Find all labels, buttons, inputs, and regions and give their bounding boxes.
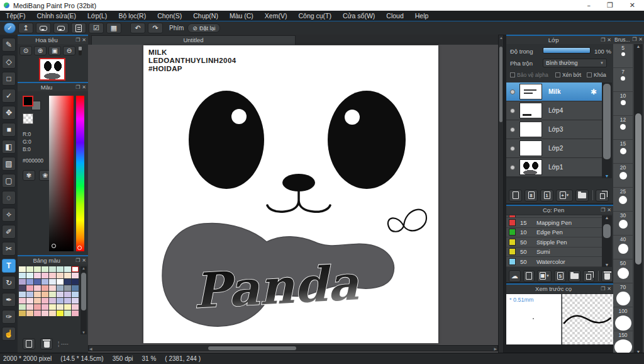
fill-rect-tool[interactable]: ■ bbox=[2, 123, 16, 137]
layer-folder-button[interactable] bbox=[575, 190, 589, 202]
palette-swatch[interactable] bbox=[26, 292, 33, 297]
bucket-tool[interactable]: ◧ bbox=[2, 140, 16, 154]
magic-wand-tool[interactable]: ✧ bbox=[2, 208, 16, 222]
palette-swatch[interactable] bbox=[57, 266, 64, 272]
layers-scrollbar[interactable]: ▼ bbox=[602, 82, 612, 178]
palette-swatch[interactable] bbox=[64, 292, 71, 297]
palette-swatch[interactable] bbox=[26, 304, 33, 310]
brush-tool[interactable]: ✎ bbox=[2, 38, 16, 52]
alpha-protect-checkbox[interactable]: Bảo vệ alpha bbox=[510, 72, 548, 78]
gradient-tool[interactable]: ▧ bbox=[2, 157, 16, 171]
grid-edit-button[interactable]: ▦ bbox=[106, 23, 121, 33]
close-icon[interactable]: ✕ bbox=[607, 287, 611, 292]
palette-swatch[interactable] bbox=[19, 285, 26, 291]
close-icon[interactable]: ✕ bbox=[607, 38, 611, 43]
add-1bit-layer-button[interactable]: 1 bbox=[540, 190, 553, 202]
palette-swatch[interactable] bbox=[19, 304, 26, 310]
close-button[interactable]: ✕ bbox=[630, 0, 635, 11]
palette-swatch[interactable] bbox=[26, 279, 33, 285]
menu-item[interactable]: Chụp(N) bbox=[187, 11, 224, 21]
navigator-preview[interactable] bbox=[39, 58, 65, 81]
shape-brush-tool[interactable]: □ bbox=[2, 72, 16, 86]
eraser-tool[interactable]: ◇ bbox=[2, 55, 16, 69]
layer-visibility-dot[interactable] bbox=[510, 165, 515, 170]
layer-row[interactable]: Lớp4 ✱ bbox=[506, 101, 602, 120]
brush-size-option[interactable]: 40 bbox=[613, 236, 633, 259]
palette-swatch[interactable] bbox=[57, 279, 64, 285]
palette-swatch[interactable] bbox=[19, 273, 26, 278]
layer-row[interactable]: Lớp2 ✱ bbox=[506, 139, 602, 158]
layer-visibility-dot[interactable] bbox=[510, 89, 515, 94]
select-pen-tool[interactable]: ✐ bbox=[2, 225, 16, 239]
layer-row[interactable]: Lớp1 ✱ bbox=[506, 158, 602, 177]
layer-visibility-dot[interactable] bbox=[510, 146, 515, 151]
add-script-brush-button[interactable]: S bbox=[554, 270, 566, 282]
add-8bit-layer-button[interactable]: 8 bbox=[525, 190, 538, 202]
palette-swatch[interactable] bbox=[26, 285, 33, 291]
brush-size-option[interactable]: 30 bbox=[613, 212, 633, 236]
delete-brush-button[interactable] bbox=[601, 270, 613, 282]
brush-size-option[interactable]: 7 bbox=[613, 68, 633, 92]
opacity-slider[interactable] bbox=[543, 47, 591, 54]
palette-swatch[interactable] bbox=[72, 279, 79, 285]
palette-swatch[interactable] bbox=[26, 273, 33, 278]
zoom-100-button[interactable]: ⊙ bbox=[19, 46, 32, 55]
checklist-button[interactable]: ☑ bbox=[89, 23, 104, 33]
brush-folder-button[interactable] bbox=[569, 270, 580, 282]
palette-swatch[interactable] bbox=[34, 292, 41, 297]
layer-row[interactable]: Milk ✱ bbox=[506, 82, 602, 101]
palette-swatch[interactable] bbox=[72, 285, 79, 291]
eyedropper-tool[interactable]: ✒ bbox=[2, 293, 16, 307]
hue-slider[interactable] bbox=[76, 96, 84, 251]
close-icon[interactable]: ✕ bbox=[607, 208, 611, 213]
brush-size-option[interactable]: 15 bbox=[613, 140, 633, 164]
document-button[interactable] bbox=[71, 23, 86, 33]
palette-swatch[interactable] bbox=[64, 273, 71, 278]
palette-swatch[interactable] bbox=[64, 298, 71, 304]
duplicate-layer-button[interactable] bbox=[596, 190, 609, 202]
text-tool[interactable]: T bbox=[2, 259, 16, 273]
foreground-color-swatch[interactable] bbox=[23, 96, 33, 106]
layer-row[interactable]: Lớp3 ✱ bbox=[506, 120, 602, 139]
brush-row[interactable]: 50 Stipple Pen bbox=[506, 237, 602, 247]
palette-swatch[interactable] bbox=[49, 266, 56, 272]
canvas-vertical-scrollbar[interactable]: ▲▼ bbox=[498, 35, 504, 364]
lock-checkbox[interactable]: Khóa bbox=[587, 72, 606, 78]
brush-cloud-button[interactable]: ☁ bbox=[509, 270, 521, 282]
brush-sizes-scrollbar[interactable]: ▲▼ bbox=[634, 44, 643, 354]
feedback-button[interactable] bbox=[53, 23, 69, 33]
clipping-checkbox[interactable]: Xén bớt bbox=[555, 72, 581, 78]
palette-swatch[interactable] bbox=[57, 273, 64, 278]
palette-swatch[interactable] bbox=[49, 292, 56, 297]
pen-tool[interactable]: ✑ bbox=[2, 310, 16, 324]
palette-swatch[interactable] bbox=[57, 292, 64, 297]
palette-swatch[interactable] bbox=[34, 279, 41, 285]
canvas-horizontal-scrollbar[interactable]: ◀▶ bbox=[88, 345, 498, 351]
palette-swatch[interactable] bbox=[34, 266, 41, 272]
brush-size-option[interactable]: 150 bbox=[613, 331, 633, 354]
menu-item[interactable]: Công cụ(T) bbox=[292, 11, 337, 21]
transparent-color-swatch[interactable] bbox=[23, 113, 33, 124]
palette-swatch[interactable] bbox=[49, 273, 56, 278]
palette-swatch[interactable] bbox=[57, 298, 64, 304]
restore-button[interactable]: ❐ bbox=[607, 0, 613, 11]
palette-swatch[interactable] bbox=[19, 279, 26, 285]
palette-swatch[interactable] bbox=[64, 266, 71, 272]
palette-swatch[interactable] bbox=[42, 266, 48, 272]
brush-size-option[interactable]: 50 bbox=[613, 259, 633, 283]
palette-swatch[interactable] bbox=[42, 292, 48, 297]
menu-item[interactable]: Màu (C) bbox=[224, 11, 259, 21]
add-layer-menu-button[interactable]: +▼ bbox=[556, 190, 573, 202]
brushes-scrollbar[interactable]: ▲▼ bbox=[602, 215, 612, 267]
brush-row[interactable]: 10 Edge Pen bbox=[506, 228, 602, 238]
palette-swatch[interactable] bbox=[57, 310, 64, 316]
palette-scrollbar[interactable]: ▲▼ bbox=[80, 266, 87, 334]
layer-visibility-dot[interactable] bbox=[510, 127, 515, 132]
undo-button[interactable]: ↶ bbox=[130, 23, 145, 33]
add-layer-button[interactable] bbox=[509, 190, 522, 202]
palette-swatch[interactable] bbox=[19, 266, 26, 272]
publish-button[interactable]: ↥ bbox=[18, 23, 33, 33]
reset-button[interactable]: ⊘Đặt lại bbox=[187, 23, 220, 33]
palette-swatch[interactable] bbox=[26, 298, 33, 304]
brush-row[interactable]: 50 Sumi bbox=[506, 247, 602, 258]
